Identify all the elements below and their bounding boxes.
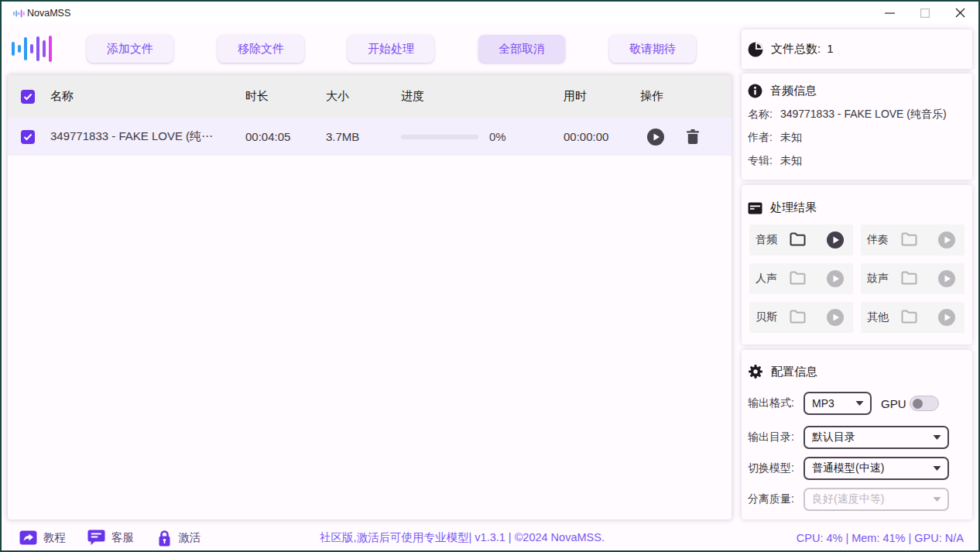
- table-header: 名称 时长 大小 进度 用时 操作: [8, 75, 732, 118]
- folder-icon[interactable]: [790, 310, 806, 327]
- gear-icon: [748, 364, 763, 379]
- chevron-down-icon: [855, 401, 864, 406]
- folder-icon[interactable]: [790, 232, 806, 249]
- row-checkbox[interactable]: [21, 130, 35, 144]
- results-card: 处理结果 音频 伴奏 人声 鼓声 贝斯 其他: [742, 185, 972, 345]
- header-name[interactable]: 名称: [50, 75, 74, 118]
- audio-name-value: 349771833 - FAKE LOVE (纯音乐): [780, 108, 947, 122]
- result-cell-bass: 贝斯: [749, 302, 853, 333]
- add-files-button[interactable]: 添加文件: [87, 35, 173, 63]
- result-play-button[interactable]: [938, 231, 955, 252]
- output-format-select[interactable]: MP3: [804, 392, 872, 415]
- result-label-drums: 鼓声: [867, 263, 889, 294]
- minimize-button[interactable]: [873, 2, 906, 24]
- audio-artist-label: 作者:: [748, 131, 773, 145]
- minimize-icon: [885, 9, 895, 18]
- cancel-all-button[interactable]: 全部取消: [478, 35, 565, 63]
- result-cell-vocals: 人声: [749, 263, 853, 294]
- pie-chart-icon: [748, 42, 763, 57]
- window-title: NovaMSS: [27, 2, 70, 24]
- result-play-button[interactable]: [827, 270, 844, 290]
- system-stats: CPU: 4% | Mem: 41% | GPU: N/A: [797, 525, 964, 550]
- add-files-label: 添加文件: [107, 42, 153, 57]
- result-label-audio: 音频: [756, 225, 777, 255]
- row-elapsed: 00:00:00: [564, 118, 608, 156]
- model-select[interactable]: 普通模型(中速): [804, 457, 949, 480]
- result-card-icon: [748, 202, 762, 214]
- remove-files-button[interactable]: 移除文件: [218, 35, 304, 63]
- file-count-card: 文件总数:1: [742, 29, 972, 69]
- close-icon: [955, 8, 965, 18]
- result-label-other: 其他: [867, 302, 889, 333]
- maximize-icon: [920, 9, 930, 18]
- output-dir-value: 默认目录: [812, 430, 855, 444]
- file-count-value: 1: [827, 42, 833, 55]
- result-cell-accomp: 伴奏: [861, 225, 965, 255]
- activate-label: 激活: [178, 530, 200, 545]
- status-bar: 教程 客服 激活 社区版,激活后可使用专业模型| v1.3.1 | ©2024 …: [2, 525, 978, 550]
- header-progress[interactable]: 进度: [401, 75, 424, 118]
- result-label-vocals: 人声: [756, 263, 777, 294]
- status-center-text: 社区版,激活后可使用专业模型| v1.3.1 | ©2024 NovaMSS.: [320, 525, 605, 550]
- close-button[interactable]: [944, 2, 976, 24]
- gpu-toggle[interactable]: [910, 396, 939, 411]
- select-all-checkbox[interactable]: [21, 90, 35, 104]
- title-bar: NovaMSS: [2, 2, 978, 24]
- chevron-down-icon: [933, 435, 941, 441]
- result-play-button[interactable]: [827, 309, 844, 329]
- support-link[interactable]: 客服: [87, 525, 134, 550]
- quality-label: 分离质量:: [748, 488, 794, 511]
- tutorial-link[interactable]: 教程: [19, 525, 66, 550]
- audio-album-label: 专辑:: [748, 154, 773, 168]
- header-actions: 操作: [640, 75, 663, 118]
- result-cell-other: 其他: [861, 302, 965, 333]
- header-size[interactable]: 大小: [326, 75, 349, 118]
- start-process-button[interactable]: 开始处理: [348, 35, 434, 63]
- folder-icon[interactable]: [901, 310, 917, 327]
- quality-select: 良好(速度中等): [804, 488, 949, 511]
- start-process-label: 开始处理: [368, 42, 414, 57]
- result-play-button[interactable]: [827, 231, 844, 252]
- gpu-toggle-knob: [913, 399, 923, 409]
- activate-link[interactable]: 激活: [157, 525, 200, 550]
- model-value: 普通模型(中速): [812, 461, 884, 475]
- result-label-accomp: 伴奏: [867, 225, 889, 255]
- row-progress-bar: [401, 135, 478, 139]
- output-format-label: 输出格式:: [748, 392, 794, 415]
- row-progress-text: 0%: [489, 118, 506, 156]
- cancel-all-label: 全部取消: [499, 42, 545, 57]
- lock-icon: [157, 530, 172, 547]
- chat-icon: [87, 530, 105, 546]
- row-name: 349771833 - FAKE LOVE (纯⋯: [50, 118, 213, 156]
- table-row[interactable]: 349771833 - FAKE LOVE (纯⋯ 00:04:05 3.7MB…: [8, 118, 732, 156]
- row-play-button[interactable]: [647, 118, 664, 156]
- audio-info-card: 音频信息 名称:349771833 - FAKE LOVE (纯音乐) 作者:未…: [742, 74, 972, 180]
- model-label: 切换模型:: [748, 457, 794, 480]
- folder-icon[interactable]: [901, 232, 917, 249]
- row-delete-button[interactable]: [687, 118, 699, 156]
- row-duration: 00:04:05: [245, 118, 290, 156]
- folder-icon[interactable]: [901, 271, 917, 288]
- support-label: 客服: [111, 530, 134, 545]
- result-label-bass: 贝斯: [756, 302, 777, 333]
- trash-icon: [687, 129, 699, 144]
- header-duration[interactable]: 时长: [245, 75, 269, 118]
- app-waveform-icon-small: [13, 8, 25, 22]
- result-play-button[interactable]: [938, 309, 955, 329]
- chevron-down-icon: [933, 497, 941, 502]
- output-dir-label: 输出目录:: [748, 426, 794, 449]
- audio-artist-value: 未知: [780, 131, 802, 145]
- maximize-button[interactable]: [909, 2, 941, 24]
- output-dir-select[interactable]: 默认目录: [804, 426, 949, 449]
- quality-value: 良好(速度中等): [812, 492, 884, 506]
- audio-album-value: 未知: [780, 154, 802, 168]
- gpu-label: GPU: [881, 392, 906, 415]
- row-size: 3.7MB: [326, 118, 359, 156]
- app-window: NovaMSS 添加文件 移除文件 开始处理 全部取消 敬请期待 名称: [0, 0, 980, 552]
- result-cell-drums: 鼓声: [861, 263, 965, 294]
- folder-icon[interactable]: [790, 271, 806, 288]
- result-cell-audio: 音频: [749, 225, 853, 255]
- coming-soon-button[interactable]: 敬请期待: [609, 35, 696, 63]
- result-play-button[interactable]: [938, 270, 955, 290]
- header-elapsed[interactable]: 用时: [564, 75, 587, 118]
